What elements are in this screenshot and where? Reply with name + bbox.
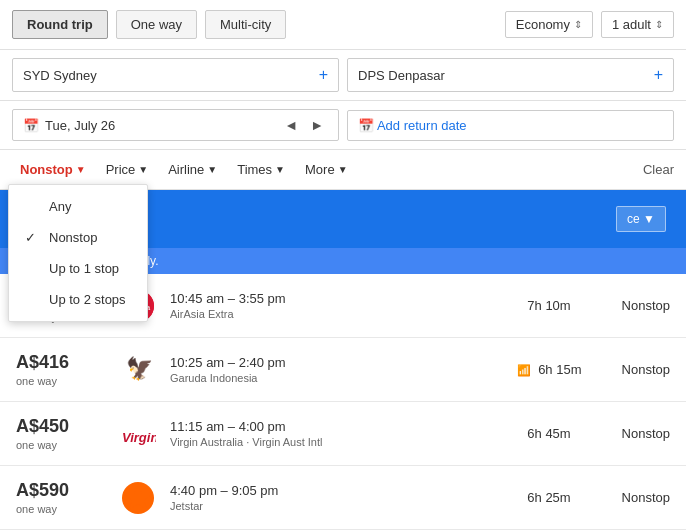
price-label: one way bbox=[16, 503, 106, 515]
flight-price-col: A$450 one way bbox=[16, 416, 106, 451]
svg-marker-4 bbox=[124, 484, 152, 510]
airline-logo: 🦅 bbox=[122, 354, 154, 386]
date-row: 📅 Tue, July 26 ◄ ► 📅 Add return date bbox=[0, 101, 686, 150]
flight-duration: 6h 15m bbox=[538, 362, 581, 377]
passengers-select[interactable]: 1 adult bbox=[601, 11, 674, 38]
flight-time-range: 10:45 am – 3:55 pm bbox=[170, 291, 498, 306]
price-label: one way bbox=[16, 375, 106, 387]
stops-dropdown: Any ✓ Nonstop Up to 1 stop Up to 2 stops bbox=[8, 184, 148, 322]
price-label: Price bbox=[106, 162, 136, 177]
search-row: SYD Sydney + DPS Denpasar + bbox=[0, 50, 686, 101]
flight-time-range: 10:25 am – 2:40 pm bbox=[170, 355, 498, 370]
flight-stops-col: Nonstop bbox=[600, 298, 670, 313]
airline-name: Garuda Indonesia bbox=[170, 372, 498, 384]
2stops-label: Up to 2 stops bbox=[49, 292, 126, 307]
flight-duration-col: 6h 45m bbox=[514, 426, 584, 441]
airline-logo bbox=[122, 482, 154, 514]
flight-times-col: 11:15 am – 4:00 pm Virgin Australia · Vi… bbox=[170, 419, 498, 448]
filter-nonstop[interactable]: Nonstop ▼ bbox=[12, 158, 94, 181]
nonstop-dropdown-label: Nonstop bbox=[49, 230, 97, 245]
virgin-logo: Virgin bbox=[120, 420, 156, 448]
flight-price: A$590 bbox=[16, 480, 106, 501]
depart-date-text: Tue, July 26 bbox=[45, 118, 115, 133]
destination-plus[interactable]: + bbox=[654, 66, 663, 84]
return-calendar-icon: 📅 bbox=[358, 118, 374, 133]
times-arrow: ▼ bbox=[275, 164, 285, 175]
prev-date-button[interactable]: ◄ bbox=[280, 117, 302, 133]
table-row[interactable]: A$416 one way 🦅 10:25 am – 2:40 pm Garud… bbox=[0, 338, 686, 402]
flight-times-col: 10:25 am – 2:40 pm Garuda Indonesia bbox=[170, 355, 498, 384]
any-label: Any bbox=[49, 199, 71, 214]
flight-price-col: A$416 one way bbox=[16, 352, 106, 387]
calendar-icon: 📅 bbox=[23, 118, 39, 133]
nonstop-arrow: ▼ bbox=[76, 164, 86, 175]
cabin-class-select[interactable]: Economy bbox=[505, 11, 593, 38]
top-bar: Round trip One way Multi-city Economy 1 … bbox=[0, 0, 686, 50]
more-label: More bbox=[305, 162, 335, 177]
table-row[interactable]: A$590 one way 4:40 pm – 9:05 pm Jetstar … bbox=[0, 466, 686, 530]
return-date-input[interactable]: 📅 Add return date bbox=[347, 110, 674, 141]
add-return-date-text[interactable]: Add return date bbox=[377, 118, 467, 133]
jetstar-logo bbox=[122, 482, 154, 514]
any-check bbox=[25, 199, 41, 214]
airline-logo: Virgin bbox=[122, 418, 154, 450]
filter-times[interactable]: Times ▼ bbox=[229, 158, 293, 181]
origin-input[interactable]: SYD Sydney + bbox=[12, 58, 339, 92]
price-sort-button[interactable]: ce ▼ bbox=[616, 206, 666, 232]
airline-label: Airline bbox=[168, 162, 204, 177]
destination-text: DPS Denpasar bbox=[358, 68, 445, 83]
price-label: one way bbox=[16, 439, 106, 451]
flight-price-col: A$590 one way bbox=[16, 480, 106, 515]
round-trip-button[interactable]: Round trip bbox=[12, 10, 108, 39]
svg-text:Virgin: Virgin bbox=[122, 430, 156, 445]
flight-price: A$416 bbox=[16, 352, 106, 373]
flight-times-col: 10:45 am – 3:55 pm AirAsia Extra bbox=[170, 291, 498, 320]
flight-stops-col: Nonstop bbox=[600, 362, 670, 377]
flight-duration-col: 📶 6h 15m bbox=[514, 362, 584, 377]
table-row[interactable]: A$450 one way Virgin 11:15 am – 4:00 pm … bbox=[0, 402, 686, 466]
2stops-check bbox=[25, 292, 41, 307]
1stop-label: Up to 1 stop bbox=[49, 261, 119, 276]
flight-duration: 6h 25m bbox=[527, 490, 570, 505]
flight-time-range: 4:40 pm – 9:05 pm bbox=[170, 483, 498, 498]
flight-duration: 6h 45m bbox=[527, 426, 570, 441]
origin-text: SYD Sydney bbox=[23, 68, 97, 83]
flight-price: A$450 bbox=[16, 416, 106, 437]
depart-date-input[interactable]: 📅 Tue, July 26 ◄ ► bbox=[12, 109, 339, 141]
price-arrow: ▼ bbox=[138, 164, 148, 175]
dropdown-item-nonstop[interactable]: ✓ Nonstop bbox=[9, 222, 147, 253]
multi-city-button[interactable]: Multi-city bbox=[205, 10, 286, 39]
next-date-button[interactable]: ► bbox=[306, 117, 328, 133]
airline-name: AirAsia Extra bbox=[170, 308, 498, 320]
dropdown-item-1stop[interactable]: Up to 1 stop bbox=[9, 253, 147, 284]
flight-duration: 7h 10m bbox=[527, 298, 570, 313]
garuda-logo: 🦅 bbox=[122, 354, 154, 386]
flight-stops-col: Nonstop bbox=[600, 426, 670, 441]
svg-text:🦅: 🦅 bbox=[126, 355, 154, 382]
flight-duration-col: 7h 10m bbox=[514, 298, 584, 313]
dropdown-item-2stops[interactable]: Up to 2 stops bbox=[9, 284, 147, 315]
clear-filters-button[interactable]: Clear bbox=[643, 162, 674, 177]
wifi-icon: 📶 bbox=[517, 364, 531, 376]
1stop-check bbox=[25, 261, 41, 276]
origin-plus[interactable]: + bbox=[319, 66, 328, 84]
filter-airline[interactable]: Airline ▼ bbox=[160, 158, 225, 181]
flight-stops-col: Nonstop bbox=[600, 490, 670, 505]
nonstop-label: Nonstop bbox=[20, 162, 73, 177]
times-label: Times bbox=[237, 162, 272, 177]
destination-input[interactable]: DPS Denpasar + bbox=[347, 58, 674, 92]
flight-duration-col: 6h 25m bbox=[514, 490, 584, 505]
nonstop-check: ✓ bbox=[25, 230, 41, 245]
flight-times-col: 4:40 pm – 9:05 pm Jetstar bbox=[170, 483, 498, 512]
airline-name: Virgin Australia · Virgin Aust Intl bbox=[170, 436, 498, 448]
filter-more[interactable]: More ▼ bbox=[297, 158, 356, 181]
filter-bar: Nonstop ▼ Price ▼ Airline ▼ Times ▼ More… bbox=[0, 150, 686, 190]
flight-time-range: 11:15 am – 4:00 pm bbox=[170, 419, 498, 434]
filter-price[interactable]: Price ▼ bbox=[98, 158, 157, 181]
more-arrow: ▼ bbox=[338, 164, 348, 175]
dropdown-item-any[interactable]: Any bbox=[9, 191, 147, 222]
one-way-button[interactable]: One way bbox=[116, 10, 197, 39]
airline-name: Jetstar bbox=[170, 500, 498, 512]
airline-arrow: ▼ bbox=[207, 164, 217, 175]
